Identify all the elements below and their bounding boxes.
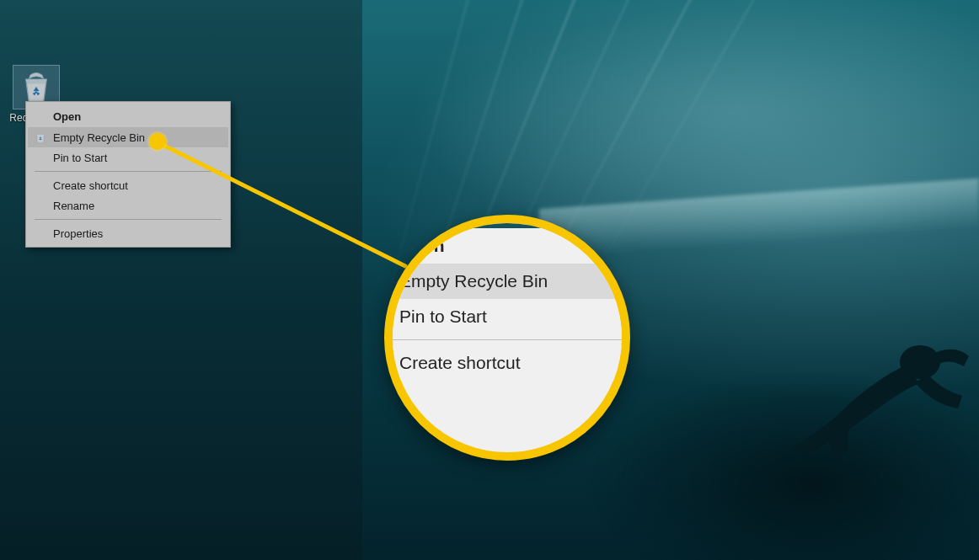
context-menu: Open Empty Recycle Bin Pin to Start Crea… xyxy=(25,101,231,248)
menu-item-rename[interactable]: Rename xyxy=(28,195,228,216)
menu-item-label: Create shortcut xyxy=(53,179,128,192)
menu-item-empty-recycle-bin[interactable]: Empty Recycle Bin xyxy=(28,127,228,147)
menu-separator xyxy=(35,219,222,220)
menu-item-label: Empty Recycle Bin xyxy=(53,131,145,144)
recycle-bin-icon xyxy=(33,130,48,145)
menu-item-label: Rename xyxy=(53,200,94,212)
menu-item-label: Properties xyxy=(53,227,103,240)
recycle-bin-icon xyxy=(19,69,54,104)
callout-dot xyxy=(149,133,166,150)
menu-item-pin-to-start[interactable]: Pin to Start xyxy=(28,147,228,168)
diver-silhouette xyxy=(777,324,971,459)
mag-menu-item-pin-to-start[interactable]: Pin to Start xyxy=(384,299,630,334)
menu-item-properties[interactable]: Properties xyxy=(28,223,228,243)
menu-item-label: Create shortcut xyxy=(399,353,521,372)
mag-menu-item-create-shortcut[interactable]: Create shortcut xyxy=(384,345,630,381)
menu-item-create-shortcut[interactable]: Create shortcut xyxy=(28,175,228,195)
menu-item-open[interactable]: Open xyxy=(28,105,228,127)
mag-menu-item-empty-recycle-bin[interactable]: Empty Recycle Bin xyxy=(384,264,630,299)
menu-item-label: Open xyxy=(53,110,81,123)
menu-item-label: Pin to Start xyxy=(399,307,487,326)
menu-separator xyxy=(35,171,222,172)
callout-magnifier: Open Empty Recycle Bin Pin to Start Crea… xyxy=(384,215,630,461)
menu-separator xyxy=(384,339,630,340)
menu-item-label: Pin to Start xyxy=(53,152,107,164)
menu-item-label: Empty Recycle Bin xyxy=(399,271,548,291)
